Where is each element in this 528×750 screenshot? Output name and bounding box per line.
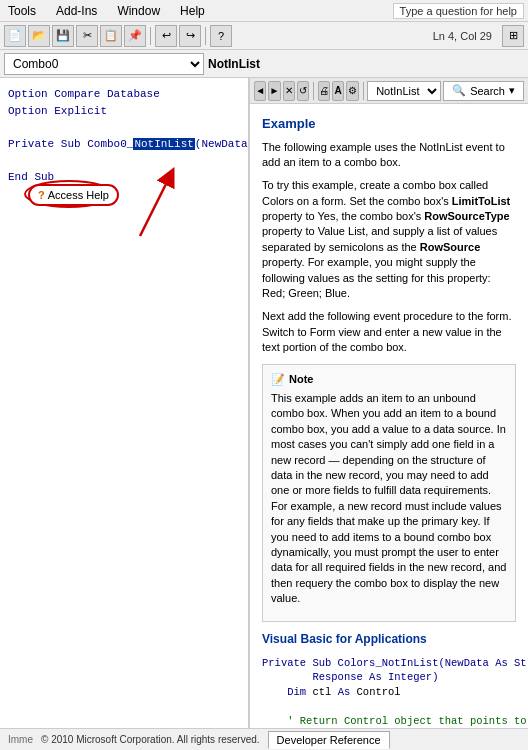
code-line-2: Option Explicit bbox=[8, 103, 240, 120]
search-label: Search bbox=[470, 85, 505, 97]
refresh-btn[interactable]: ↺ bbox=[297, 81, 309, 101]
help-btn[interactable]: ? bbox=[210, 25, 232, 47]
sep2 bbox=[205, 27, 206, 45]
help-toolbar: ◄ ► ✕ ↺ 🖨 A ⚙ NotInList 🔍 Search ▾ bbox=[250, 78, 528, 104]
help-title: Example bbox=[262, 114, 516, 134]
extra-btn[interactable]: ⊞ bbox=[502, 25, 524, 47]
vba-line-1: Private Sub Colors_NotInList(NewData As … bbox=[262, 656, 516, 671]
combo-bar: Combo0 NotInList bbox=[0, 50, 528, 78]
options-btn[interactable]: ⚙ bbox=[346, 81, 358, 101]
sep1 bbox=[150, 27, 151, 45]
menu-help[interactable]: Help bbox=[176, 2, 209, 20]
forward-btn[interactable]: ► bbox=[268, 81, 280, 101]
note-icon: 📝 bbox=[271, 371, 285, 388]
vba-line-5: ' Return Control object that points to c… bbox=[262, 714, 516, 728]
code-line-5 bbox=[8, 152, 240, 169]
status-bar: Imme © 2010 Microsoft Corporation. All r… bbox=[0, 728, 528, 750]
menu-bar: Tools Add-Ins Window Help Type a questio… bbox=[0, 0, 528, 22]
help-sep1 bbox=[313, 82, 314, 100]
code-panel: Option Compare Database Option Explicit … bbox=[0, 78, 250, 728]
vba-line-4 bbox=[262, 700, 516, 715]
font-btn[interactable]: A bbox=[332, 81, 344, 101]
search-button[interactable]: 🔍 Search ▾ bbox=[443, 81, 524, 101]
imme-label: Imme bbox=[8, 734, 33, 745]
access-help-label: Access Help bbox=[48, 189, 109, 201]
help-para1: To try this example, create a combo box … bbox=[262, 178, 516, 301]
help-nav-select[interactable]: NotInList bbox=[367, 81, 441, 101]
new-btn[interactable]: 📄 bbox=[4, 25, 26, 47]
help-content[interactable]: Example The following example uses the N… bbox=[250, 104, 528, 728]
help-panel: ◄ ► ✕ ↺ 🖨 A ⚙ NotInList 🔍 Search ▾ Examp… bbox=[250, 78, 528, 728]
access-help-bubble: ? Access Help bbox=[28, 184, 119, 206]
back-btn[interactable]: ◄ bbox=[254, 81, 266, 101]
vba-line-2: Response As Integer) bbox=[262, 670, 516, 685]
note-box: 📝 Note This example adds an item to an u… bbox=[262, 364, 516, 622]
menu-addins[interactable]: Add-Ins bbox=[52, 2, 101, 20]
search-icon: 🔍 bbox=[452, 84, 466, 97]
code-line-3 bbox=[8, 119, 240, 136]
help-icon: ? bbox=[38, 189, 45, 201]
developer-reference-tab[interactable]: Developer Reference bbox=[268, 731, 390, 749]
redo-btn[interactable]: ↪ bbox=[179, 25, 201, 47]
cut-btn[interactable]: ✂ bbox=[76, 25, 98, 47]
code-line-1: Option Compare Database bbox=[8, 86, 240, 103]
search-dropdown-icon: ▾ bbox=[509, 84, 515, 97]
object-select[interactable]: Combo0 bbox=[4, 53, 204, 75]
vba-title: Visual Basic for Applications bbox=[262, 630, 516, 648]
vba-line-3: Dim ctl As Control bbox=[262, 685, 516, 700]
note-text: This example adds an item to an unbound … bbox=[271, 391, 507, 606]
save-btn[interactable]: 💾 bbox=[52, 25, 74, 47]
open-btn[interactable]: 📂 bbox=[28, 25, 50, 47]
help-intro: The following example uses the NotInList… bbox=[262, 140, 516, 171]
vba-code-block: Private Sub Colors_NotInList(NewData As … bbox=[262, 652, 516, 728]
ask-question-box[interactable]: Type a question for help bbox=[393, 3, 524, 19]
menu-tools[interactable]: Tools bbox=[4, 2, 40, 20]
stop-btn[interactable]: ✕ bbox=[283, 81, 295, 101]
help-sep2 bbox=[363, 82, 364, 100]
copy-btn[interactable]: 📋 bbox=[100, 25, 122, 47]
code-line-6: End Sub bbox=[8, 169, 240, 186]
undo-btn[interactable]: ↩ bbox=[155, 25, 177, 47]
print-btn[interactable]: 🖨 bbox=[318, 81, 330, 101]
help-para2: Next add the following event procedure t… bbox=[262, 309, 516, 355]
event-label: NotInList bbox=[208, 57, 260, 71]
menu-window[interactable]: Window bbox=[113, 2, 164, 20]
cursor-location: Ln 4, Col 29 bbox=[433, 30, 492, 42]
toolbar: 📄 📂 💾 ✂ 📋 📌 ↩ ↪ ? Ln 4, Col 29 ⊞ bbox=[0, 22, 528, 50]
note-title: 📝 Note bbox=[271, 371, 507, 388]
code-line-4: Private Sub Combo0_NotInList(NewData As … bbox=[8, 136, 240, 153]
code-editor[interactable]: Option Compare Database Option Explicit … bbox=[0, 78, 248, 193]
main-layout: Option Compare Database Option Explicit … bbox=[0, 78, 528, 728]
paste-btn[interactable]: 📌 bbox=[124, 25, 146, 47]
copyright-text: © 2010 Microsoft Corporation. All rights… bbox=[41, 734, 260, 745]
